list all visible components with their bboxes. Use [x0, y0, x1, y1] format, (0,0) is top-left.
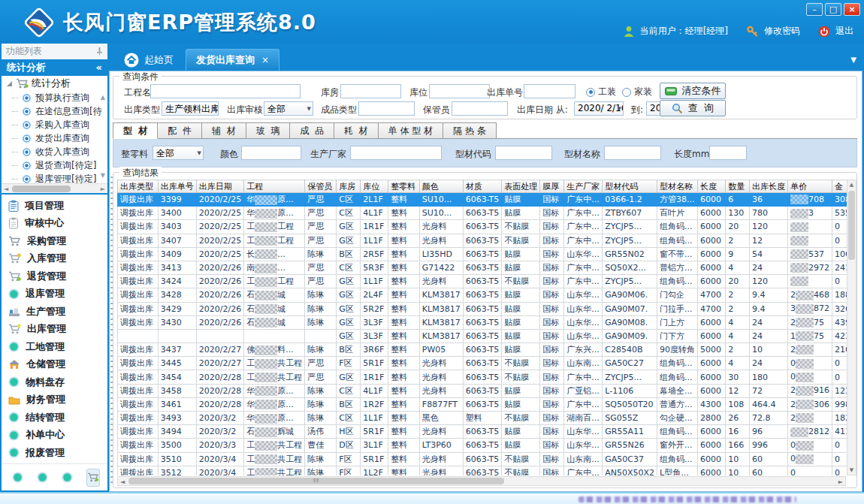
column-header[interactable]: 生产厂家 [564, 180, 603, 193]
table-row[interactable]: 调拨出库34932020/3/2华原...陈琳C区1L1F整料黑色塑料不贴膜国标… [118, 412, 853, 425]
tab-close-icon[interactable]: × [261, 55, 269, 65]
table-row[interactable]: 调拨出库34092020/2/25长...陈琳B区2R5F整料LI35HD606… [118, 247, 853, 261]
table-row[interactable]: 调拨出库34582020/2/28华原...陈琳C区4L1F整料光身料6063-… [118, 384, 853, 397]
material-tab[interactable]: 单 体 型 材 [379, 122, 443, 139]
tree-hscrollbar[interactable]: ◄ ► [2, 183, 107, 193]
pin-icon[interactable] [96, 47, 103, 56]
column-header[interactable]: 保管员 [305, 180, 337, 193]
radio-work-wear[interactable]: 工装 [586, 86, 616, 98]
material-tab[interactable]: 耗 材 [334, 122, 379, 139]
table-row[interactable]: 调拨出库34242020/2/26工工程严思G区1L1F整料光身料6063-T5… [118, 275, 853, 288]
column-header[interactable]: 材质 [463, 180, 502, 193]
location-input[interactable] [429, 84, 490, 98]
clear-conditions-button[interactable]: 清空条件 [660, 83, 726, 99]
table-row[interactable]: 调拨出库34032020/2/25工工程严思G区1R1F整料光身料6063-T5… [118, 220, 853, 234]
column-header[interactable]: 膜厚 [540, 180, 564, 193]
sidebar-item-cart[interactable]: 采购管理 [2, 232, 107, 250]
column-header[interactable]: 出库日期 [196, 180, 243, 193]
scroll-right-icon[interactable]: ► [838, 478, 843, 485]
grid-hscrollbar[interactable]: ◄ ⦀⦀ ► [117, 476, 846, 486]
code-input[interactable] [495, 146, 552, 160]
scroll-right-icon[interactable]: ► [101, 186, 105, 192]
table-row[interactable]: 调拨出库34612020/2/28华原...陈琳B区1R2F整料F8877FT6… [118, 397, 853, 411]
table-row[interactable]: 调拨出库34292020/2/26石城陈琳G区5R2F整料KLM38176063… [118, 302, 853, 315]
table-row[interactable]: 调拨出库34302020/2/26石城陈琳G区3L3F整料KLM38176063… [118, 315, 853, 329]
table-row[interactable]: 调拨出库34452020/2/27工共工程严思F区5R1F整料光身料6063-T… [118, 357, 853, 370]
collapse-icon[interactable]: « [96, 59, 102, 76]
maximize-button[interactable]: □ [825, 3, 841, 16]
factory-input[interactable] [350, 146, 442, 160]
column-header[interactable]: 型材代码 [603, 180, 657, 193]
table-row[interactable]: G区3L3F整料KLM38176063-T5贴膜国标山东华...GA90M09.… [118, 329, 853, 343]
search-button[interactable]: 查 询 [660, 100, 726, 116]
sidebar-item-circle[interactable]: 退库管理 [2, 285, 107, 303]
table-row[interactable]: 调拨出库34282020/2/26石城陈琳G区2L4F整料KLM38176063… [118, 288, 853, 302]
column-header[interactable]: 库房 [337, 180, 361, 193]
table-row[interactable]: 调拨出库35102020/3/4工共工程陈琳F区5R1F整料光身料6063-T5… [118, 452, 853, 466]
table-row[interactable]: 调拨出库35002020/3/3工共工程曹佳D区3L1F整料LT3P606063… [118, 439, 853, 452]
tree-item[interactable]: 预算执行查询 [2, 91, 107, 104]
scroll-left-icon[interactable]: ◄ [4, 186, 8, 192]
tree-scroll-down-icon[interactable]: ▼ [101, 172, 105, 179]
tree-item[interactable]: 在途信息查询[待 [2, 104, 107, 118]
date-from-select[interactable]: 2020/ 2/16▼ [574, 101, 624, 116]
sidebar-item-clipboard[interactable]: 项目管理 [2, 197, 107, 215]
sidebar-item-cart-return[interactable]: 退货管理 [2, 267, 107, 285]
material-tab[interactable]: 玻 璃 [246, 122, 291, 139]
table-row[interactable]: 调拨出库34372020/2/27佛料...陈琳B区3R6F整料PW056063… [118, 343, 853, 357]
table-row[interactable]: 调拨出库34542020/2/28工共工程严思G区1R1F整料光身料6063-T… [118, 370, 853, 384]
color-input[interactable] [241, 146, 301, 160]
scroll-up-icon[interactable]: ▲ [847, 182, 856, 188]
column-header[interactable]: 长度 [698, 180, 726, 193]
sidebar-item-finance[interactable]: 财务管理 [2, 391, 107, 409]
scroll-thumb[interactable] [12, 186, 71, 192]
close-button[interactable]: × [844, 3, 860, 16]
column-header[interactable]: 出库单号 [158, 180, 196, 193]
name-input[interactable] [604, 146, 661, 160]
column-header[interactable]: 型材名称 [657, 180, 698, 193]
order-no-input[interactable] [524, 84, 575, 98]
cart-button[interactable] [86, 469, 100, 487]
column-header[interactable]: 单价 [787, 180, 832, 193]
scroll-thumb[interactable] [848, 191, 855, 260]
material-tab[interactable]: 隔 热 条 [443, 122, 497, 139]
tab-overflow-icon[interactable]: ▼ [850, 56, 856, 64]
column-header[interactable]: 整零料 [388, 180, 419, 193]
project-name-input[interactable] [150, 84, 301, 98]
sidebar-item-audit[interactable]: 审核中心 [2, 215, 107, 233]
out-type-select[interactable]: 生产领料出库▼ [162, 101, 219, 116]
circle-icon[interactable] [37, 472, 48, 483]
sidebar-item-circle[interactable]: 物料盘存 [2, 373, 107, 391]
sidebar-item-circle[interactable]: 报废管理 [2, 444, 107, 462]
length-input[interactable] [709, 146, 747, 160]
tab-home[interactable]: 起始页 [112, 49, 186, 71]
sidebar-item-circle[interactable]: 工地管理 [2, 338, 107, 356]
scroll-down-icon[interactable]: ▼ [847, 467, 856, 473]
column-header[interactable]: 表面处理 [502, 180, 540, 193]
scroll-left-icon[interactable]: ◄ [120, 478, 125, 485]
table-row[interactable]: 调拨出库35122020/3/4工共工程陈琳F区1L2F整料光身料6063-T5… [118, 466, 853, 475]
material-tab[interactable]: 成 品 [290, 122, 334, 139]
grid-vscrollbar[interactable]: ▲ ▼ [847, 180, 856, 475]
zl-select[interactable]: 全部▼ [153, 146, 204, 160]
tree-scroll-up-icon[interactable]: ▲ [101, 94, 105, 101]
sidebar-item-production[interactable]: 生产管理 [2, 303, 107, 321]
table-row[interactable]: 调拨出库34132020/2/26南...严思C区5R3F整料G71422606… [118, 261, 853, 274]
column-header[interactable]: 工程 [244, 180, 305, 193]
column-header[interactable]: 数量 [726, 180, 750, 193]
keeper-input[interactable] [452, 101, 508, 116]
tab-active[interactable]: 发货出库查询 × [186, 49, 279, 71]
product-type-input[interactable] [358, 101, 415, 116]
tree-root[interactable]: 统计分析 [2, 76, 107, 91]
circle-icon[interactable] [12, 472, 23, 483]
tree-item[interactable]: 发货出库查询 [2, 131, 107, 145]
sidebar-item-cart-in[interactable]: 入库管理 [2, 250, 107, 268]
column-header[interactable]: 库位 [361, 180, 388, 193]
sidebar-item-circle[interactable]: 补单中心 [2, 427, 107, 445]
radio-home-wear[interactable]: 家装 [622, 86, 652, 98]
material-tab[interactable]: 配 件 [158, 122, 202, 139]
warehouse-input[interactable] [340, 84, 401, 98]
column-header[interactable]: 出库长度 [749, 180, 787, 193]
material-tab[interactable]: 辅 材 [202, 122, 246, 139]
column-header[interactable]: 出库类型 [118, 180, 159, 193]
